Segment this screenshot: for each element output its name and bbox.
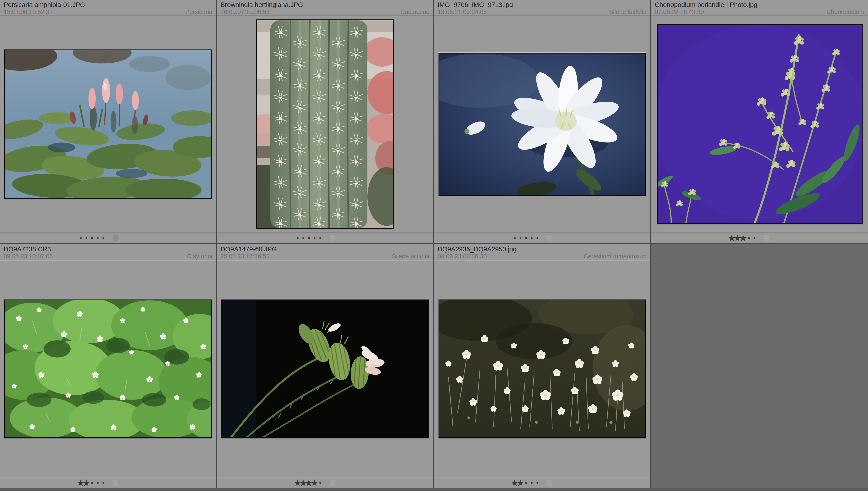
star-rating[interactable]	[78, 233, 106, 243]
photo-filename: DQ9A2936_DQ9A2950.jpg	[438, 246, 647, 253]
photo-datetime: 13.06.21 09:24:08	[438, 8, 487, 16]
photo-datetime: 25.05.23 17:16:52	[220, 253, 270, 260]
rating-dot[interactable]	[523, 478, 529, 488]
photo-thumbnail[interactable]	[221, 299, 429, 438]
photo-thumbnail[interactable]	[4, 50, 212, 199]
cell-footer: ★★★	[651, 233, 868, 243]
photo-filename: Browningia hertlingiana.JPG	[220, 1, 430, 8]
photo-filename: DQ9A7238.CR3	[4, 246, 212, 253]
cell-header: Chenopodium berlandieri Photo.jpg 07.08.…	[651, 0, 868, 16]
photo-taxon-label: Claytonia	[187, 253, 212, 260]
rating-dot[interactable]	[512, 233, 518, 243]
cell-footer	[0, 233, 216, 243]
rating-dot[interactable]	[89, 478, 95, 488]
thumbnail-area[interactable]	[217, 16, 433, 233]
photo-datetime: 04.06.23 08:36:30	[438, 253, 487, 260]
cell-footer	[434, 233, 650, 243]
star-rating[interactable]	[512, 233, 540, 243]
photo-cell-1[interactable]: Persicaria amphibia-01.JPG 15.07.06 10:5…	[0, 0, 216, 243]
metadata-badge-icon[interactable]	[113, 235, 118, 241]
cell-footer: ★★	[0, 478, 216, 488]
metadata-badge-icon[interactable]	[113, 480, 118, 486]
photo-thumbnail[interactable]	[438, 299, 646, 438]
empty-grid-slot	[651, 244, 868, 488]
metadata-badge-icon[interactable]	[547, 235, 552, 241]
cell-header: Browningia hertlingiana.JPG 26.09.07 10:…	[217, 0, 433, 16]
white-campion-image[interactable]	[439, 54, 645, 195]
cactus-image[interactable]	[257, 20, 393, 228]
photo-cell-2[interactable]: Browningia hertlingiana.JPG 26.09.07 10:…	[217, 0, 433, 243]
photo-cell-5[interactable]: DQ9A7238.CR3 09.05.23 10:07:06 Claytonia	[0, 244, 216, 488]
cerastium-image[interactable]	[439, 300, 645, 437]
rating-dot[interactable]	[300, 233, 306, 243]
rating-dot[interactable]	[100, 478, 106, 488]
metadata-badge-icon[interactable]	[547, 480, 552, 486]
cell-footer: ★★★★	[217, 478, 433, 488]
cell-header: Persicaria amphibia-01.JPG 15.07.06 10:5…	[0, 0, 216, 16]
rating-dot[interactable]	[84, 233, 89, 243]
rating-star-filled[interactable]: ★	[740, 233, 746, 243]
rating-dot[interactable]	[100, 233, 106, 243]
rating-dot[interactable]	[529, 233, 534, 243]
photo-thumbnail[interactable]	[256, 20, 394, 229]
cell-footer	[217, 233, 433, 243]
thumbnail-area[interactable]	[0, 16, 216, 233]
photo-thumbnail[interactable]	[4, 299, 212, 438]
silene-buds-image[interactable]	[222, 300, 428, 437]
metadata-badge-icon[interactable]	[764, 235, 769, 241]
photo-thumbnail[interactable]	[657, 24, 863, 224]
cell-header: DQ9A2936_DQ9A2950.jpg 04.06.23 08:36:30 …	[434, 244, 650, 260]
cell-header: IMG_9706_IMG_9713.jpg 13.06.21 09:24:08 …	[434, 0, 650, 16]
star-rating[interactable]: ★★★	[729, 233, 757, 243]
photo-datetime: 09.05.23 10:07:06	[4, 253, 53, 260]
rating-dot[interactable]	[312, 233, 317, 243]
rating-dot[interactable]	[534, 233, 540, 243]
claytonia-image[interactable]	[5, 300, 211, 437]
photo-cell-6[interactable]: DQ9A1479-60.JPG 25.05.23 17:16:52 Silene…	[217, 244, 433, 488]
star-rating[interactable]: ★★	[78, 478, 106, 488]
photo-cell-3[interactable]: IMG_9706_IMG_9713.jpg 13.06.21 09:24:08 …	[434, 0, 650, 243]
rating-dot[interactable]	[518, 233, 523, 243]
thumbnail-area[interactable]	[0, 260, 216, 478]
rating-dot[interactable]	[95, 233, 100, 243]
rating-dot[interactable]	[534, 478, 540, 488]
photo-taxon-label: Cactaceae	[400, 8, 430, 16]
star-rating[interactable]: ★★★★	[295, 478, 323, 488]
rating-star-filled[interactable]: ★	[312, 478, 317, 488]
bottom-scroll-strip[interactable]	[0, 488, 868, 491]
rating-dot[interactable]	[295, 233, 300, 243]
photo-datetime: 15.07.06 10:52:37	[4, 8, 53, 16]
thumbnail-area[interactable]	[217, 260, 433, 478]
rating-dot[interactable]	[89, 233, 95, 243]
photo-datetime: 26.09.07 10:06:53	[220, 8, 270, 16]
photo-filename: DQ9A1479-60.JPG	[220, 246, 430, 253]
metadata-badge-icon[interactable]	[330, 235, 335, 241]
rating-star-filled[interactable]: ★	[84, 478, 89, 488]
rating-dot[interactable]	[78, 233, 84, 243]
rating-dot[interactable]	[306, 233, 312, 243]
rating-dot[interactable]	[317, 233, 323, 243]
photo-grid: Persicaria amphibia-01.JPG 15.07.06 10:5…	[0, 0, 868, 488]
photo-filename: Persicaria amphibia-01.JPG	[4, 1, 212, 8]
star-rating[interactable]	[295, 233, 323, 243]
rating-dot[interactable]	[95, 478, 100, 488]
rating-dot[interactable]	[751, 233, 757, 243]
photo-thumbnail[interactable]	[438, 53, 646, 196]
rating-dot[interactable]	[523, 233, 529, 243]
rating-dot[interactable]	[529, 478, 534, 488]
pond-persicaria-image[interactable]	[5, 50, 211, 198]
thumbnail-area[interactable]	[434, 16, 650, 233]
thumbnail-area[interactable]	[434, 260, 650, 478]
photo-cell-7[interactable]: DQ9A2936_DQ9A2950.jpg 04.06.23 08:36:30 …	[434, 244, 650, 488]
rating-dot[interactable]	[746, 233, 751, 243]
metadata-badge-icon[interactable]	[330, 480, 335, 486]
photo-filename: Chenopodium berlandieri Photo.jpg	[655, 1, 864, 8]
thumbnail-area[interactable]	[651, 16, 868, 233]
cell-header: DQ9A7238.CR3 09.05.23 10:07:06 Claytonia	[0, 244, 216, 260]
rating-dot[interactable]	[317, 478, 323, 488]
photo-cell-4[interactable]: Chenopodium berlandieri Photo.jpg 07.08.…	[651, 0, 868, 243]
chenopodium-image[interactable]	[658, 25, 862, 223]
photo-taxon-label: Cerastium tomentosum	[584, 253, 647, 260]
star-rating[interactable]: ★★	[512, 478, 540, 488]
rating-star-filled[interactable]: ★	[518, 478, 523, 488]
